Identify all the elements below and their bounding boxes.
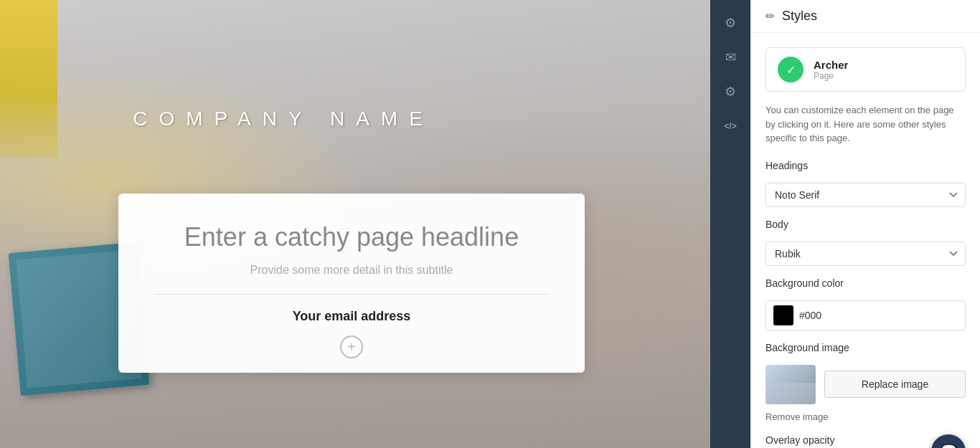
mail-nav-icon[interactable]: ✉: [716, 43, 745, 72]
sidebar-nav: ⚙ ✉ ⚙ </>: [710, 0, 750, 448]
styles-panel-icon: ✏: [765, 9, 775, 23]
panel-header: ✏ Styles: [751, 0, 980, 33]
page-card[interactable]: ✓ Archer Page: [765, 47, 966, 92]
panel-body: ✓ Archer Page You can customize each ele…: [751, 33, 980, 448]
panel-title: Styles: [782, 9, 817, 24]
page-info: Archer Page: [814, 59, 848, 81]
canvas-area: Company Name Enter a catchy page headlin…: [0, 0, 710, 448]
card-add-button[interactable]: +: [154, 335, 549, 358]
body-label: Body: [765, 219, 966, 230]
styles-panel: ✏ Styles ✓ Archer Page You can customize…: [750, 0, 980, 448]
bg-image-row: Replace image: [765, 365, 966, 404]
card-divider: [154, 294, 549, 295]
bg-color-hex: #000: [799, 310, 821, 321]
replace-image-button[interactable]: Replace image: [824, 371, 966, 398]
body-select[interactable]: Rubik Arial Roboto Open Sans: [765, 242, 966, 266]
yellow-curtain: [0, 0, 57, 158]
content-card: Enter a catchy page headline Provide som…: [118, 194, 585, 373]
card-subtitle[interactable]: Provide some more detail in this subtitl…: [154, 264, 549, 277]
integrations-nav-icon[interactable]: ⚙: [716, 77, 745, 106]
bg-color-label: Background color: [765, 277, 966, 289]
code-nav-icon[interactable]: </>: [716, 112, 745, 140]
company-name: Company Name: [0, 108, 567, 130]
bg-color-row[interactable]: #000: [765, 300, 966, 330]
bg-image-section: Replace image Remove image: [765, 365, 966, 423]
remove-image-link[interactable]: Remove image: [765, 411, 828, 422]
card-email-placeholder[interactable]: Your email address: [154, 309, 549, 324]
bg-image-thumbnail: [765, 365, 816, 404]
panel-description: You can customize each element on the pa…: [765, 103, 966, 146]
page-type: Page: [814, 71, 848, 81]
bg-color-swatch: [773, 305, 793, 325]
chat-icon: 💬: [940, 443, 958, 449]
headings-label: Headings: [765, 160, 966, 171]
settings-nav-icon[interactable]: ⚙: [716, 9, 745, 37]
headings-select[interactable]: Noto Serif Georgia Playfair Display Merr…: [765, 183, 966, 207]
page-check-icon: ✓: [778, 57, 804, 82]
add-circle-icon[interactable]: +: [340, 335, 363, 358]
bg-image-label: Background image: [765, 342, 966, 353]
card-headline[interactable]: Enter a catchy page headline: [154, 222, 549, 252]
page-name: Archer: [814, 59, 848, 71]
